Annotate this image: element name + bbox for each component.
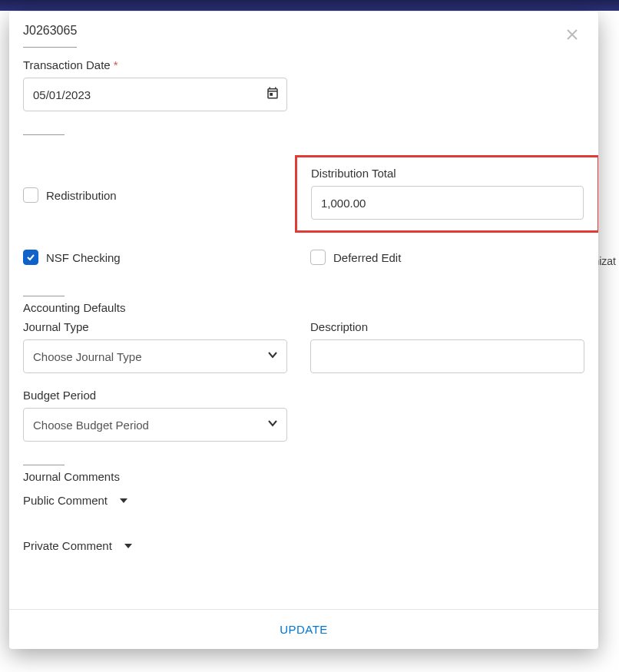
redistribution-checkbox[interactable] bbox=[23, 187, 38, 203]
modal-footer: UPDATE bbox=[9, 609, 598, 649]
distribution-total-input[interactable] bbox=[311, 186, 584, 220]
redistribution-checkbox-row: Redistribution bbox=[23, 187, 287, 203]
public-comment-toggle[interactable]: Public Comment bbox=[23, 494, 129, 507]
chevron-down-icon bbox=[123, 541, 134, 551]
journal-type-select[interactable] bbox=[23, 339, 287, 373]
budget-period-label: Budget Period bbox=[23, 389, 584, 402]
modal-body[interactable]: Transaction Date * Redistribution bbox=[9, 48, 598, 609]
nsf-checking-checkbox-row: NSF Checking bbox=[23, 250, 287, 265]
budget-period-select[interactable] bbox=[23, 408, 287, 442]
update-button[interactable]: UPDATE bbox=[275, 622, 333, 637]
transaction-date-input[interactable] bbox=[23, 78, 287, 111]
deferred-edit-checkbox[interactable] bbox=[310, 250, 326, 265]
modal-title: J0263065 bbox=[23, 24, 77, 48]
modal-header: J0263065 bbox=[9, 12, 598, 48]
journal-voucher-modal: J0263065 Transaction Date * bbox=[9, 12, 598, 649]
close-icon bbox=[566, 28, 578, 41]
deferred-edit-label: Deferred Edit bbox=[333, 251, 401, 264]
distribution-total-highlight: Distribution Total bbox=[295, 155, 598, 233]
distribution-total-label: Distribution Total bbox=[311, 167, 584, 180]
description-input[interactable] bbox=[310, 339, 584, 373]
divider bbox=[23, 465, 65, 465]
nsf-checking-label: NSF Checking bbox=[46, 251, 121, 264]
private-comment-toggle[interactable]: Private Comment bbox=[23, 539, 134, 552]
divider bbox=[23, 134, 65, 135]
transaction-date-label: Transaction Date * bbox=[23, 58, 584, 71]
nsf-checking-checkbox[interactable] bbox=[23, 250, 38, 265]
divider bbox=[23, 296, 65, 296]
accounting-defaults-heading: Accounting Defaults bbox=[23, 301, 584, 314]
description-label: Description bbox=[310, 320, 584, 333]
journal-type-label: Journal Type bbox=[23, 320, 287, 333]
redistribution-label: Redistribution bbox=[46, 189, 117, 202]
journal-comments-heading: Journal Comments bbox=[23, 470, 584, 483]
chevron-down-icon bbox=[118, 495, 129, 506]
deferred-edit-checkbox-row: Deferred Edit bbox=[310, 250, 584, 265]
close-button[interactable] bbox=[561, 24, 583, 45]
